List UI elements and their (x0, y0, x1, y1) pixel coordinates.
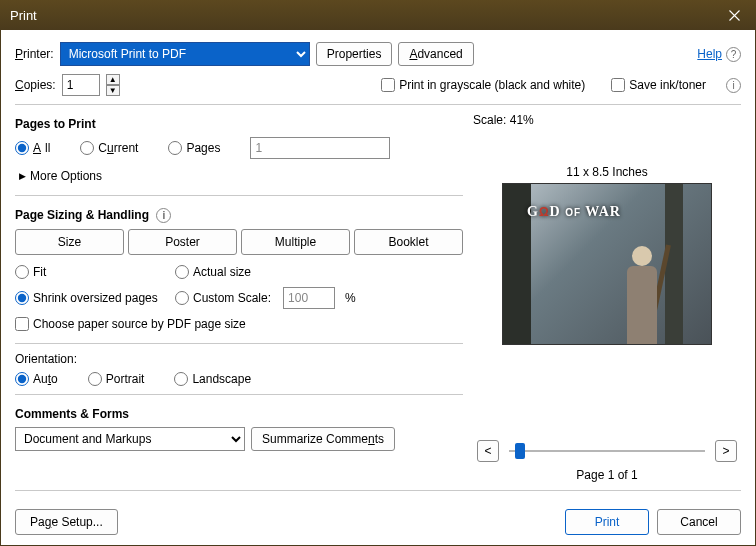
sizing-title: Page Sizing & Handling i (15, 208, 463, 223)
comments-select[interactable]: Document and Markups (15, 427, 245, 451)
shrink-radio[interactable]: Shrink oversized pages (15, 287, 175, 309)
page-dimensions: 11 x 8.5 Inches (473, 165, 741, 179)
printer-select[interactable]: Microsoft Print to PDF (60, 42, 310, 66)
saveink-check[interactable]: Save ink/toner (611, 78, 706, 92)
more-options[interactable]: ▶ More Options (19, 169, 463, 183)
page-nav: < > (473, 440, 741, 462)
multiple-button[interactable]: Multiple (241, 229, 350, 255)
close-button[interactable] (712, 0, 756, 30)
left-panel: Pages to Print All Current Pages ▶ More … (15, 113, 463, 482)
custom-scale-row: Custom Scale: % (175, 287, 463, 309)
copies-input[interactable] (62, 74, 100, 96)
footer: Page Setup... Print Cancel (15, 509, 741, 535)
page-range-input[interactable] (250, 137, 390, 159)
pages-range[interactable]: Pages (168, 141, 220, 155)
divider (15, 104, 741, 105)
fit-radio[interactable]: Fit (15, 265, 175, 279)
right-panel: Scale: 41% 11 x 8.5 Inches GΩD OF WAR < (473, 113, 741, 482)
comments-title: Comments & Forms (15, 407, 463, 421)
print-dialog: Print Printer: Microsoft Print to PDF Pr… (0, 0, 756, 546)
orientation-label: Orientation: (15, 352, 463, 366)
copies-label: Copies: (15, 78, 56, 92)
printer-label: Printer: (15, 47, 54, 61)
scale-readout: Scale: 41% (473, 113, 741, 127)
pages-radios: All Current Pages (15, 137, 463, 159)
size-button[interactable]: Size (15, 229, 124, 255)
help-icon[interactable]: ? (726, 47, 741, 62)
titlebar: Print (0, 0, 756, 30)
help-area: Help ? (697, 47, 741, 62)
advanced-button[interactable]: Advanced (398, 42, 473, 66)
main-columns: Pages to Print All Current Pages ▶ More … (15, 113, 741, 482)
prev-page-button[interactable]: < (477, 440, 499, 462)
sizing-info-icon[interactable]: i (156, 208, 171, 223)
close-icon (729, 10, 740, 21)
spinner-down[interactable]: ▼ (106, 85, 120, 96)
pages-title: Pages to Print (15, 117, 463, 131)
next-page-button[interactable]: > (715, 440, 737, 462)
spinner-up[interactable]: ▲ (106, 74, 120, 85)
choose-source[interactable]: Choose paper source by PDF page size (15, 317, 463, 331)
print-button[interactable]: Print (565, 509, 649, 535)
expand-icon: ▶ (19, 171, 26, 181)
page-status: Page 1 of 1 (473, 468, 741, 482)
window-title: Print (10, 8, 712, 23)
pages-all[interactable]: All (15, 141, 50, 155)
copies-spinner: ▲ ▼ (106, 74, 120, 96)
saveink-info-icon[interactable]: i (726, 78, 741, 93)
printer-row: Printer: Microsoft Print to PDF Properti… (15, 42, 741, 66)
copies-row: Copies: ▲ ▼ Print in grayscale (black an… (15, 74, 741, 96)
poster-button[interactable]: Poster (128, 229, 237, 255)
choose-source-checkbox[interactable] (15, 317, 29, 331)
orient-landscape[interactable]: Landscape (174, 372, 251, 386)
booklet-button[interactable]: Booklet (354, 229, 463, 255)
slider-thumb[interactable] (515, 443, 525, 459)
client-area: Printer: Microsoft Print to PDF Properti… (0, 30, 756, 546)
page-setup-button[interactable]: Page Setup... (15, 509, 118, 535)
preview-logo: GΩD OF WAR (527, 204, 621, 220)
custom-scale-input[interactable] (283, 287, 335, 309)
page-slider[interactable] (509, 441, 705, 461)
properties-button[interactable]: Properties (316, 42, 393, 66)
pages-current[interactable]: Current (80, 141, 138, 155)
actual-radio[interactable]: Actual size (175, 265, 463, 279)
sizing-options: Fit Actual size Shrink oversized pages C… (15, 265, 463, 309)
grayscale-checkbox[interactable] (381, 78, 395, 92)
comments-row: Document and Markups Summarize Comments (15, 427, 463, 451)
cancel-button[interactable]: Cancel (657, 509, 741, 535)
preview-figure (617, 224, 669, 344)
help-link[interactable]: Help (697, 47, 722, 61)
print-preview: GΩD OF WAR (502, 183, 712, 345)
orient-auto[interactable]: Auto (15, 372, 58, 386)
sizing-segments: Size Poster Multiple Booklet (15, 229, 463, 255)
grayscale-check[interactable]: Print in grayscale (black and white) (381, 78, 585, 92)
custom-radio[interactable]: Custom Scale: (175, 291, 271, 305)
summarize-button[interactable]: Summarize Comments (251, 427, 395, 451)
orientation-radios: Auto Portrait Landscape (15, 372, 463, 386)
saveink-checkbox[interactable] (611, 78, 625, 92)
orient-portrait[interactable]: Portrait (88, 372, 145, 386)
